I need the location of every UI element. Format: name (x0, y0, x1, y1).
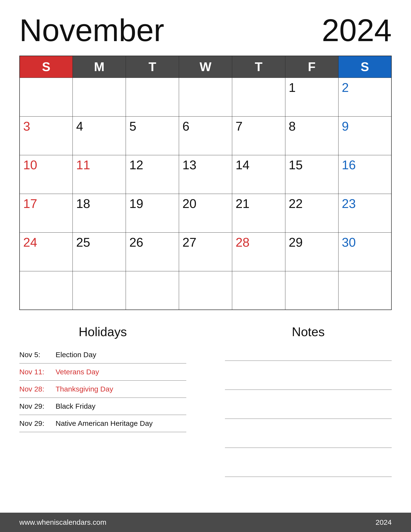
page: November 2024 SMTWTFS 123456789101112131… (0, 0, 411, 532)
calendar-cell: 16 (338, 155, 392, 194)
holiday-item: Nov 5:Election Day (19, 346, 186, 363)
calendar-cell: 13 (179, 155, 232, 194)
holiday-date: Nov 11: (19, 368, 48, 376)
notes-title: Notes (225, 324, 392, 339)
day-header-s: S (338, 56, 392, 78)
calendar-cell: 1 (285, 78, 338, 116)
calendar-cell (179, 271, 232, 310)
calendar-cell: 24 (19, 232, 73, 271)
calendar-cell: 29 (285, 232, 338, 271)
calendar-cell (73, 271, 126, 310)
calendar-cell: 18 (73, 194, 126, 232)
calendar-cell: 2 (338, 78, 392, 116)
calendar-cell (285, 271, 338, 310)
footer: www.wheniscalendars.com 2024 (0, 513, 411, 532)
calendar-cell (73, 78, 126, 116)
calendar-cell: 23 (338, 194, 392, 232)
calendar-cell: 15 (285, 155, 338, 194)
calendar-cell: 30 (338, 232, 392, 271)
footer-url: www.wheniscalendars.com (19, 518, 106, 526)
month-title: November (19, 15, 164, 46)
calendar-cell: 12 (126, 155, 179, 194)
bottom-section: Holidays Nov 5:Election DayNov 11:Vetera… (19, 324, 392, 498)
calendar-cell: 20 (179, 194, 232, 232)
holiday-date: Nov 29: (19, 402, 48, 410)
calendar-grid: SMTWTFS 12345678910111213141516171819202… (19, 56, 392, 310)
calendar-cell: 28 (232, 232, 285, 271)
calendar-cell: 21 (232, 194, 285, 232)
calendar-cell: 3 (19, 116, 73, 155)
holiday-item: Nov 29:Native American Heritage Day (19, 415, 186, 432)
calendar-cell: 7 (232, 116, 285, 155)
holiday-name: Native American Heritage Day (55, 419, 153, 428)
holiday-date: Nov 28: (19, 385, 48, 393)
holiday-name: Black Friday (55, 402, 95, 410)
calendar-cell: 26 (126, 232, 179, 271)
day-header-m: M (73, 56, 126, 78)
holiday-name: Veterans Day (55, 368, 99, 376)
holiday-item: Nov 11:Veterans Day (19, 363, 186, 381)
calendar-cell (232, 78, 285, 116)
calendar-cell: 9 (338, 116, 392, 155)
day-header-t: T (232, 56, 285, 78)
note-line[interactable] (225, 404, 392, 419)
calendar-row: 12 (19, 78, 392, 116)
calendar-cell (126, 271, 179, 310)
note-line[interactable] (225, 462, 392, 477)
calendar-cell (19, 78, 73, 116)
calendar-row: 24252627282930 (19, 232, 392, 271)
calendar-cell: 10 (19, 155, 73, 194)
calendar-cell: 11 (73, 155, 126, 194)
calendar-cell: 22 (285, 194, 338, 232)
day-header-f: F (285, 56, 338, 78)
year-title: 2024 (322, 15, 392, 46)
calendar-cell: 17 (19, 194, 73, 232)
holiday-name: Thanksgiving Day (55, 385, 113, 393)
holidays-title: Holidays (19, 324, 186, 339)
note-line[interactable] (225, 433, 392, 448)
calendar-cell (232, 271, 285, 310)
calendar-cell (126, 78, 179, 116)
holiday-item: Nov 29:Black Friday (19, 398, 186, 415)
calendar-cell: 4 (73, 116, 126, 155)
note-line[interactable] (225, 346, 392, 361)
calendar-cell: 5 (126, 116, 179, 155)
calendar-cell: 25 (73, 232, 126, 271)
calendar-cell: 8 (285, 116, 338, 155)
calendar-cell: 27 (179, 232, 232, 271)
calendar-row: 10111213141516 (19, 155, 392, 194)
holiday-item: Nov 28:Thanksgiving Day (19, 381, 186, 398)
calendar-row: 17181920212223 (19, 194, 392, 232)
calendar-cell (19, 271, 73, 310)
note-line[interactable] (225, 375, 392, 390)
calendar-cell (179, 78, 232, 116)
calendar-cell: 19 (126, 194, 179, 232)
calendar-cell: 6 (179, 116, 232, 155)
calendar-row (19, 271, 392, 310)
day-header-s: S (19, 56, 73, 78)
holiday-date: Nov 5: (19, 351, 48, 359)
calendar-row: 3456789 (19, 116, 392, 155)
holiday-date: Nov 29: (19, 419, 48, 428)
notes-section: Notes (206, 324, 392, 498)
holidays-section: Holidays Nov 5:Election DayNov 11:Vetera… (19, 324, 206, 498)
day-header-w: W (179, 56, 232, 78)
holiday-name: Election Day (55, 351, 96, 359)
day-header-t: T (126, 56, 179, 78)
header: November 2024 (19, 15, 392, 46)
calendar-cell: 14 (232, 155, 285, 194)
footer-year: 2024 (375, 518, 392, 526)
calendar-cell (338, 271, 392, 310)
